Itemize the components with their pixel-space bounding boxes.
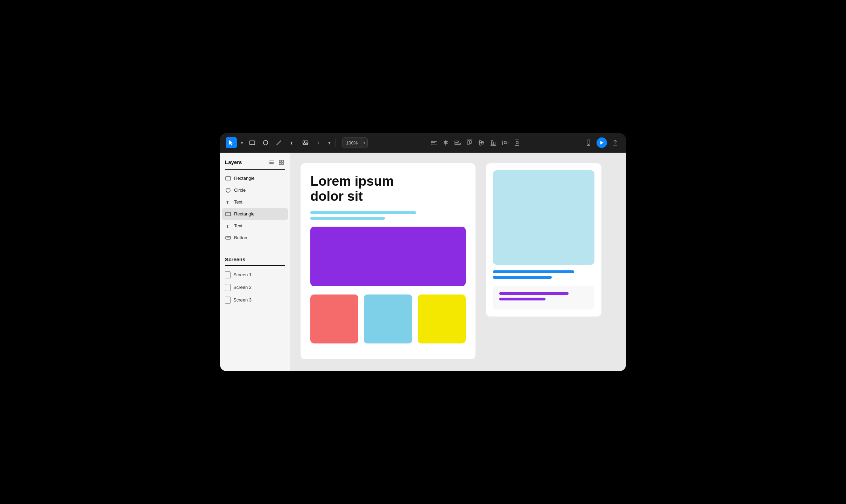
rectangle-icon: [225, 175, 231, 182]
color-box-red[interactable]: [310, 294, 358, 343]
add-dropdown-button[interactable]: ▾: [326, 137, 332, 148]
toolbar-right: [583, 137, 620, 148]
screen-name-2: Screen 2: [233, 285, 252, 290]
purple-line-1: [499, 292, 569, 295]
layers-grid-view-button[interactable]: [277, 158, 285, 166]
align-center-v-button[interactable]: [476, 137, 487, 148]
svg-rect-19: [470, 141, 471, 143]
svg-rect-25: [494, 142, 495, 145]
layer-item-text-2[interactable]: T Text: [220, 220, 290, 232]
screens-section: Screens Screen 1 Screen 2 Screen 3: [220, 251, 290, 306]
right-card: [493, 286, 594, 310]
align-center-h-button[interactable]: [440, 137, 451, 148]
layer-item-circle[interactable]: Circle: [220, 184, 290, 196]
svg-rect-41: [279, 160, 281, 162]
frame-title-line2: dolor sit: [310, 189, 363, 204]
layer-name-rectangle-1: Rectangle: [234, 176, 255, 181]
text-icon-1: T: [225, 199, 231, 205]
toolbar-separator: [336, 139, 336, 147]
screen-icon-2: [225, 284, 231, 291]
layer-name-text-1: Text: [234, 199, 242, 205]
toolbar: ▾ T + ▾: [220, 133, 626, 153]
select-tool-button[interactable]: [226, 137, 237, 148]
right-image-placeholder: [493, 170, 594, 265]
rectangle-icon-2: [225, 211, 231, 217]
align-right-button[interactable]: [452, 137, 463, 148]
screen-icon-3: [225, 297, 231, 304]
layer-name-text-2: Text: [234, 223, 242, 228]
align-left-button[interactable]: [429, 137, 439, 148]
screen-item-1[interactable]: Screen 1: [220, 269, 290, 281]
svg-point-46: [226, 188, 230, 192]
svg-rect-5: [303, 141, 308, 145]
zoom-arrow-button[interactable]: ▾: [361, 138, 367, 148]
layers-header-icons: [268, 158, 285, 166]
screens-section-header: Screens: [220, 251, 290, 265]
circle-icon: [225, 187, 231, 193]
screen-name-1: Screen 1: [233, 272, 252, 277]
canvas-area[interactable]: Lorem ipsum dolor sit: [290, 153, 626, 371]
layer-name-button: Button: [234, 235, 247, 240]
main-area: Layers Rectangle: [220, 153, 626, 371]
purple-line-2: [499, 298, 545, 300]
select-dropdown-button[interactable]: ▾: [239, 137, 245, 148]
layer-item-rectangle-1[interactable]: Rectangle: [220, 172, 290, 184]
export-button[interactable]: [610, 137, 620, 148]
align-top-button[interactable]: [464, 137, 475, 148]
layer-item-text-1[interactable]: T Text: [220, 196, 290, 208]
svg-text:T: T: [226, 223, 229, 229]
layers-divider: [225, 169, 285, 170]
placeholder-line-2: [310, 217, 385, 220]
pen-tool-button[interactable]: [273, 137, 284, 148]
blue-line-2: [493, 276, 552, 279]
svg-text:T: T: [226, 200, 229, 205]
device-preview-button[interactable]: [583, 137, 594, 148]
svg-rect-43: [279, 163, 281, 164]
color-box-yellow[interactable]: [418, 294, 466, 343]
svg-rect-44: [282, 163, 283, 164]
right-frame: [486, 163, 601, 317]
rectangle-tool-button[interactable]: [247, 137, 258, 148]
layer-item-button[interactable]: Button: [220, 232, 290, 244]
screens-divider: [225, 265, 285, 266]
svg-marker-0: [229, 140, 233, 145]
screen-item-2[interactable]: Screen 2: [220, 281, 290, 294]
button-icon: [225, 235, 231, 241]
toolbar-left: ▾ T + ▾: [226, 137, 368, 148]
align-bottom-button[interactable]: [488, 137, 499, 148]
layers-section-header: Layers: [220, 153, 290, 169]
svg-rect-48: [226, 212, 231, 216]
screen-item-3[interactable]: Screen 3: [220, 294, 290, 306]
svg-line-3: [277, 141, 281, 145]
svg-point-2: [263, 141, 268, 145]
placeholder-line-1: [310, 211, 416, 214]
svg-rect-18: [468, 141, 469, 145]
svg-rect-17: [455, 143, 460, 144]
svg-text:+: +: [317, 140, 320, 145]
app-window: ▾ T + ▾: [220, 133, 626, 371]
main-frame: Lorem ipsum dolor sit: [301, 163, 475, 359]
svg-rect-29: [504, 142, 506, 144]
svg-rect-45: [226, 177, 231, 180]
layer-item-rectangle-2[interactable]: Rectangle: [222, 208, 288, 220]
distribute-h-button[interactable]: [500, 137, 510, 148]
add-tool-button[interactable]: +: [313, 137, 324, 148]
screen-icon-1: [225, 271, 231, 278]
screens-title: Screens: [225, 256, 245, 262]
svg-rect-42: [282, 160, 283, 162]
svg-marker-35: [600, 141, 604, 144]
layers-list-view-button[interactable]: [268, 158, 275, 166]
layers-title: Layers: [225, 159, 242, 165]
image-tool-button[interactable]: [300, 137, 311, 148]
purple-rectangle[interactable]: [310, 227, 466, 286]
toolbar-center: [371, 137, 580, 148]
screen-name-3: Screen 3: [233, 297, 252, 303]
svg-text:T: T: [290, 140, 293, 145]
text-tool-button[interactable]: T: [287, 137, 298, 148]
distribute-v-button[interactable]: [512, 137, 522, 148]
circle-tool-button[interactable]: [260, 137, 271, 148]
zoom-control[interactable]: 100% ▾: [342, 137, 368, 148]
color-box-cyan[interactable]: [364, 294, 412, 343]
play-button[interactable]: [597, 137, 607, 148]
layer-name-circle: Circle: [234, 187, 246, 193]
